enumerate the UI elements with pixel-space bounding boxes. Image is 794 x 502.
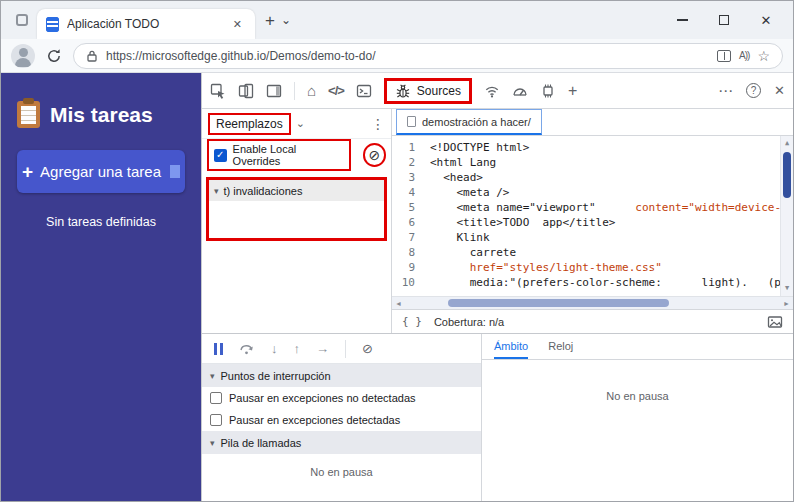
help-icon[interactable]: ? (746, 83, 761, 98)
browser-navbar: https://microsoftedge.github.io/Demos/de… (1, 39, 793, 73)
vertical-scroll-thumb[interactable] (783, 152, 791, 198)
window-close-button[interactable]: ✕ (745, 1, 787, 39)
section-triangle-icon: ▾ (210, 438, 215, 448)
code-text: <!DOCTYPE html> (430, 141, 529, 154)
line-number[interactable]: 8 (392, 245, 415, 260)
code-line: <!DOCTYPE html> (430, 140, 793, 155)
read-aloud-icon[interactable]: A)) (739, 50, 749, 61)
close-devtools-icon[interactable]: ✕ (774, 83, 785, 98)
tree-triangle-icon[interactable]: ▾ (214, 186, 219, 196)
code-text: media:"(prefers-color-scheme: light). (p… (430, 276, 793, 289)
pause-caught-checkbox[interactable] (210, 414, 222, 426)
enable-overrides-label[interactable]: Enable Local Overrides (233, 143, 344, 167)
overrides-dropdown[interactable]: Reemplazos (208, 113, 291, 135)
line-number[interactable]: 7 (392, 230, 415, 245)
tab-actions-icon[interactable] (11, 9, 33, 31)
step-icon[interactable]: → (316, 342, 329, 355)
block-icon: ⊘ (368, 148, 380, 162)
more-options-icon[interactable]: ⋯ (718, 83, 733, 98)
memory-icon[interactable] (540, 83, 556, 99)
breakpoints-title: Puntos de interrupción (221, 370, 331, 382)
scroll-down-icon[interactable]: ▼ (785, 281, 789, 296)
line-number[interactable]: 10 (392, 275, 415, 290)
favorites-star-icon[interactable]: ☆ (757, 49, 770, 63)
console-icon[interactable] (356, 83, 372, 99)
pause-caught-label[interactable]: Pausar en excepciones detectadas (229, 414, 400, 426)
tab-list-chevron-icon[interactable]: ⌄ (281, 13, 291, 27)
browser-tab[interactable]: Aplicación TODO ✕ (37, 9, 255, 39)
pause-uncaught-label[interactable]: Pausar en excepciones no detectadas (229, 392, 416, 404)
sidebar-more-icon[interactable]: ⋮ (371, 116, 385, 132)
clipboard-icon (17, 101, 40, 128)
line-number[interactable]: 2 (392, 155, 415, 170)
step-into-icon[interactable]: ↓ (271, 342, 278, 355)
scroll-up-icon[interactable]: ▲ (785, 136, 789, 151)
vertical-scrollbar[interactable]: ▲ ▼ (780, 136, 793, 296)
dropdown-chevron-icon[interactable]: ⌄ (296, 117, 305, 130)
url-text: https://microsoftedge.github.io/Demos/de… (106, 49, 709, 63)
line-number[interactable]: 6 (392, 215, 415, 230)
clipboard-clip (23, 98, 34, 104)
line-number[interactable]: 9 (392, 260, 415, 275)
line-number-gutter[interactable]: 1 2 3 4 5 6 7 8 9 10 (392, 140, 422, 296)
step-over-icon[interactable] (239, 341, 255, 357)
add-task-button[interactable]: + Agregar una tarea (17, 150, 185, 193)
scroll-left-icon[interactable]: ◄ (395, 300, 402, 307)
enable-overrides-checkbox[interactable]: ✓ (214, 149, 227, 162)
dock-panel-icon[interactable] (266, 83, 282, 99)
overrides-folder-item[interactable]: ▾ t) invalidaciones (209, 180, 384, 201)
split-screen-icon[interactable] (717, 50, 731, 62)
line-number[interactable]: 3 (392, 170, 415, 185)
tab-close-icon[interactable]: ✕ (229, 16, 246, 33)
address-bar[interactable]: https://microsoftedge.github.io/Demos/de… (73, 43, 783, 69)
code-text: carrete (430, 246, 516, 259)
image-preview-icon[interactable] (767, 314, 783, 330)
callstack-section-header[interactable]: ▾ Pila de llamadas (202, 431, 481, 454)
horizontal-scroll-thumb[interactable] (448, 299, 669, 307)
scroll-right-icon[interactable]: ► (783, 300, 790, 307)
code-line: <title>TODO app</title> (430, 215, 793, 230)
maximize-button[interactable] (703, 1, 745, 39)
deactivate-breakpoints-icon[interactable]: ⊘ (362, 342, 373, 355)
code-text (430, 261, 470, 274)
line-number[interactable]: 1 (392, 140, 415, 155)
performance-icon[interactable] (512, 83, 528, 99)
callstack-not-paused-text: No en pausa (202, 454, 481, 501)
source-editor: demostración a hacer/ 1 2 3 4 5 6 7 8 (392, 109, 793, 333)
editor-tab[interactable]: demostración a hacer/ (396, 109, 542, 135)
breakpoints-section-header[interactable]: ▾ Puntos de interrupción (202, 364, 481, 387)
minimize-button[interactable] (661, 1, 703, 39)
profile-avatar[interactable] (11, 44, 35, 68)
device-emulation-icon[interactable] (238, 83, 254, 99)
pretty-print-icon[interactable]: { } (402, 315, 422, 328)
lock-icon[interactable] (86, 49, 98, 63)
horizontal-scrollbar[interactable]: ◄ ► (392, 296, 793, 309)
code-area[interactable]: 1 2 3 4 5 6 7 8 9 10 <!DOCTYPE htm (392, 136, 793, 296)
elements-icon[interactable]: </> (328, 84, 344, 97)
enable-overrides-control[interactable]: ✓ Enable Local Overrides (207, 139, 351, 171)
tab-scope[interactable]: Ámbito (494, 334, 528, 359)
new-tab-button[interactable]: + (265, 12, 275, 29)
line-number[interactable]: 4 (392, 185, 415, 200)
step-out-icon[interactable]: ↑ (294, 342, 301, 355)
tab-title: Aplicación TODO (67, 17, 221, 31)
pause-script-icon[interactable] (214, 343, 223, 355)
more-tools-plus-icon[interactable]: + (568, 83, 577, 99)
bug-icon (395, 83, 411, 99)
refresh-icon (45, 47, 63, 65)
sources-tab[interactable]: Sources (384, 78, 472, 104)
code-string: href="styles/light-theme.css" (470, 261, 662, 274)
line-number[interactable]: 5 (392, 200, 415, 215)
code-line: Klink (430, 230, 793, 245)
inspect-icon[interactable] (210, 83, 226, 99)
refresh-button[interactable] (45, 47, 63, 65)
tab-watch[interactable]: Reloj (548, 334, 573, 359)
todo-app-panel: Mis tareas + Agregar una tarea Sin tarea… (1, 73, 201, 501)
network-icon[interactable] (484, 83, 500, 99)
sidebar-header-row: Reemplazos ⌄ ⋮ (202, 109, 391, 139)
clear-overrides-button[interactable]: ⊘ (363, 143, 386, 167)
home-icon[interactable]: ⌂ (307, 83, 316, 98)
pause-uncaught-checkbox[interactable] (210, 392, 222, 404)
code-line: carrete (430, 245, 793, 260)
plus-icon: + (22, 162, 33, 181)
